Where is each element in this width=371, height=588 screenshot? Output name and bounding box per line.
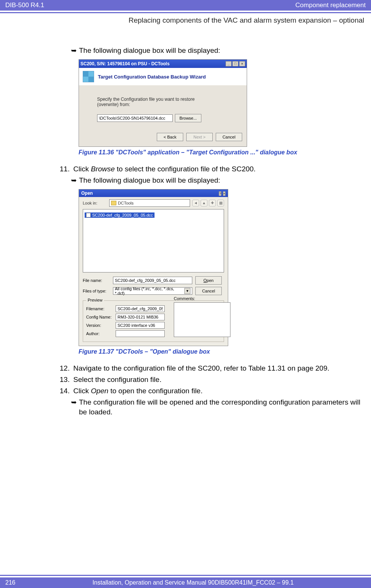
dialog1-banner: Target Configuration Database Backup Wiz… <box>79 68 247 85</box>
step-11-italic: Browse <box>91 165 114 173</box>
close-icon[interactable]: × <box>223 191 226 196</box>
comments-label: Comments: <box>174 296 195 301</box>
arrow-14-line: ➥ The configuration file will be opened … <box>71 397 364 417</box>
step-11-pre: Click <box>73 165 91 173</box>
footer-text: Installation, Operation and Service Manu… <box>20 579 366 586</box>
file-item-text: SC200-def_cfg_2009_05_05.dcc <box>92 213 153 217</box>
views-icon[interactable]: ▦ <box>217 200 224 206</box>
content-area: ➥ The following dialogue box will be dis… <box>0 46 371 417</box>
step-14-pre: Click <box>73 387 91 395</box>
step-12-text: Navigate to the configuration file of th… <box>73 363 329 373</box>
lookin-label: Look in: <box>83 201 107 205</box>
lookin-row: Look in: DCTools ◄ ▲ ✚ ▦ <box>79 197 228 209</box>
header-right: Component replacement <box>295 2 366 9</box>
intro-arrow-text: The following dialogue box will be displ… <box>79 46 220 55</box>
dialog1-prompt-line1: Specify the Configuration file you want … <box>97 97 238 102</box>
preview-group: Preview Filename: Config Name: Version: … <box>83 300 224 342</box>
next-button: Next > <box>186 133 213 141</box>
folder-icon <box>111 201 116 205</box>
dialog1-prompt-line2: (overwrite) from: <box>97 102 238 107</box>
step-14-italic: Open <box>91 387 108 395</box>
page-number: 216 <box>5 579 20 586</box>
arrow-icon: ➥ <box>71 175 77 185</box>
comments-box[interactable] <box>174 302 230 337</box>
preview-version-label: Version: <box>86 323 113 328</box>
preview-author-label: Author: <box>86 331 113 336</box>
cancel-button[interactable]: Cancel <box>216 133 242 141</box>
page-header: DIB-500 R4.1 Component replacement <box>0 0 371 11</box>
toolbar-icons: ◄ ▲ ✚ ▦ <box>192 200 224 206</box>
figure-1-caption: Figure 11.36 "DCTools" application – "Ta… <box>79 149 364 156</box>
chevron-down-icon[interactable]: ▼ <box>184 288 190 294</box>
open-dialog: Open ? × Look in: DCTools ◄ ▲ ✚ ▦ <box>79 189 228 346</box>
dialog1-body: Specify the Configuration file you want … <box>79 85 247 129</box>
minimize-icon[interactable]: _ <box>226 61 232 66</box>
step-11-num: 11. <box>60 164 73 174</box>
preview-legend: Preview <box>86 298 104 302</box>
arrow-icon: ➥ <box>71 397 77 407</box>
maximize-icon[interactable]: □ <box>232 61 238 66</box>
page-footer: 216 Installation, Operation and Service … <box>0 577 371 588</box>
close-icon[interactable]: × <box>239 61 245 66</box>
help-icon[interactable]: ? <box>219 191 222 196</box>
config-path-input[interactable] <box>97 114 173 122</box>
window-buttons: _ □ × <box>226 61 245 66</box>
window-buttons: ? × <box>219 191 226 196</box>
figure-2-caption: Figure 11.37 "DCTools – "Open" dialogue … <box>79 348 364 355</box>
preview-filename-value <box>116 305 165 312</box>
filename-label: File name: <box>83 278 110 283</box>
filesoftype-label: Files of type: <box>83 289 110 293</box>
step-11-post: to select the configuration file of the … <box>115 165 256 173</box>
subheader: Replacing components of the VAC and alar… <box>0 13 371 25</box>
dctools-wizard-dialog: SC200, S/N: 145796104 on PSU - DCTools _… <box>79 59 247 147</box>
filesoftype-value: All config files (*.irc, *.dcc, *.dcs, *… <box>115 286 184 296</box>
figure-2-wrap: Open ? × Look in: DCTools ◄ ▲ ✚ ▦ <box>79 189 364 346</box>
step-12: 12. Navigate to the configuration file o… <box>60 363 364 373</box>
step-14-post: to open the configuration file. <box>108 387 203 395</box>
dialog1-footer: < Back Next > Cancel <box>79 129 247 146</box>
dialog2-middle: File name: Open Files of type: All confi… <box>79 272 228 298</box>
preview-filename-label: Filename: <box>86 306 113 311</box>
cancel-open-button[interactable]: Cancel <box>195 287 222 295</box>
arrow-icon: ➥ <box>71 46 77 55</box>
arrow-11-text: The following dialogue box will be displ… <box>79 175 220 185</box>
dialog1-titlebar: SC200, S/N: 145796104 on PSU - DCTools _… <box>79 60 247 68</box>
wizard-icon <box>83 71 94 82</box>
dialog1-banner-title: Target Configuration Database Backup Wiz… <box>98 74 206 80</box>
step-13-text: Select the configuration file. <box>73 375 161 385</box>
file-list[interactable]: SC200-def_cfg_2009_05_05.dcc <box>83 209 224 272</box>
list-item[interactable]: SC200-def_cfg_2009_05_05.dcc <box>85 212 155 218</box>
step-14-text: Click Open to open the configuration fil… <box>73 386 203 396</box>
dialog2-title-text: Open <box>81 191 93 196</box>
new-folder-icon[interactable]: ✚ <box>209 200 216 206</box>
preview-config-label: Config Name: <box>86 315 113 319</box>
arrow-11-line: ➥ The following dialogue box will be dis… <box>71 175 364 185</box>
dialog1-title-text: SC200, S/N: 145796104 on PSU - DCTools <box>80 61 170 66</box>
intro-arrow-line: ➥ The following dialogue box will be dis… <box>71 46 364 55</box>
back-button[interactable]: < Back <box>157 133 183 141</box>
filename-input[interactable] <box>113 277 192 284</box>
step-13: 13. Select the configuration file. <box>60 375 364 385</box>
browse-button[interactable]: Browse... <box>175 114 201 122</box>
step-11-text: Click Browse to select the configuration… <box>73 164 256 174</box>
arrow-14-text: The configuration file will be opened an… <box>79 397 364 417</box>
step-14-num: 14. <box>60 386 73 396</box>
step-13-num: 13. <box>60 375 73 385</box>
step-14: 14. Click Open to open the configuration… <box>60 386 364 396</box>
preview-config-value <box>116 314 165 320</box>
up-folder-icon[interactable]: ▲ <box>201 200 207 206</box>
footer-rule <box>0 575 371 576</box>
figure-1-wrap: SC200, S/N: 145796104 on PSU - DCTools _… <box>79 59 364 147</box>
step-11: 11. Click Browse to select the configura… <box>60 164 364 174</box>
lookin-combo[interactable]: DCTools <box>109 199 190 207</box>
preview-version-value <box>116 322 165 329</box>
file-icon <box>86 213 91 217</box>
header-left: DIB-500 R4.1 <box>5 2 44 9</box>
lookin-value: DCTools <box>118 201 134 205</box>
step-12-num: 12. <box>60 363 73 373</box>
back-nav-icon[interactable]: ◄ <box>192 200 199 206</box>
open-button[interactable]: Open <box>195 276 222 285</box>
preview-author-value <box>116 330 165 337</box>
filesoftype-select[interactable]: All config files (*.irc, *.dcc, *.dcs, *… <box>113 287 192 295</box>
dialog2-titlebar: Open ? × <box>79 189 228 197</box>
